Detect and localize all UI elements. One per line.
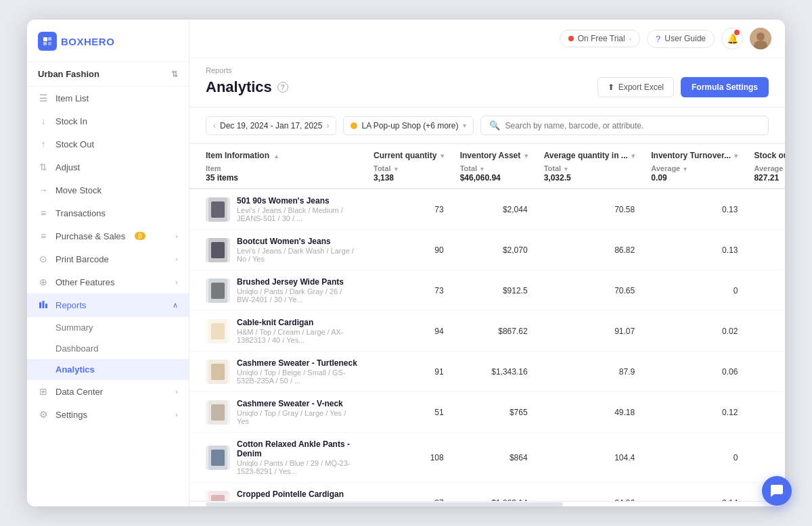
col-item-information[interactable]: Item Information ▲ [189,144,365,163]
sidebar-item-label: Stock In [55,116,87,126]
workspace-name: Urban Fashion [38,69,99,79]
sidebar-item-print-barcode[interactable]: ⊙ Print Barcode › [27,247,189,270]
sidebar: BOXHERO Urban Fashion ⇅ ☰ Item List ↓ St… [27,20,189,506]
column-header-row: Item Information ▲ Current quantity ▾ In… [189,144,785,163]
sidebar-item-label: Settings [55,410,87,420]
turnover-cell: 0.12 [643,392,746,433]
sidebar-sub-item-summary[interactable]: Summary [27,317,189,338]
help-icon[interactable]: ? [277,82,288,93]
user-guide-button[interactable]: ? User Guide [647,30,715,48]
item-name: Cashmere Sweater - Turtleneck [237,358,357,368]
formula-settings-button[interactable]: Formula Settings [681,77,769,97]
date-range-picker[interactable]: ‹ Dec 19, 2024 - Jan 17, 2025 › [206,116,336,135]
filter-bar: ‹ Dec 19, 2024 - Jan 17, 2025 › LA Pop-u… [189,107,785,144]
search-bar[interactable]: 🔍 [480,116,769,135]
col-inventory-asset[interactable]: Inventory Asset ▾ [452,144,536,163]
export-excel-button[interactable]: ⬆ Export Excel [597,77,674,97]
page-area: Reports Analytics ? ⬆ Export Excel Formu… [189,58,785,506]
item-attributes: H&M / Top / Cream / Large / AX-1382313 /… [237,328,357,344]
col-stock-out-estimate[interactable]: Stock out Estimate in... ▾ [746,144,785,163]
svg-rect-4 [39,302,41,308]
notifications-button[interactable]: 🔔 [721,28,743,49]
sidebar-item-move-stock[interactable]: → Move Stock [27,178,189,201]
chat-button[interactable] [762,476,792,506]
svg-rect-5 [43,301,45,308]
reports-icon [38,300,49,311]
settings-icon: ⚙ [38,409,49,420]
item-cell: Cable-knit Cardigan H&M / Top / Cream / … [189,311,365,352]
sidebar-item-label: Stock Out [55,139,94,149]
item-cell: Cashmere Sweater - V-neck Uniqlo / Top /… [189,392,365,433]
sidebar-item-stock-in[interactable]: ↓ Stock In [27,110,189,133]
location-selector[interactable]: LA Pop-up Shop (+6 more) ▾ [343,116,473,135]
guide-icon: ? [656,34,660,44]
prev-date-icon[interactable]: ‹ [213,121,216,130]
sidebar-item-other-features[interactable]: ⊕ Other Features › [27,270,189,293]
sidebar-item-label: Other Features [55,277,114,287]
location-dot-icon [351,122,357,129]
sidebar-item-stock-out[interactable]: ↑ Stock Out [27,133,189,156]
chevron-down-icon: › [175,232,178,240]
col-dropdown-icon: ▾ [564,166,568,172]
table-row: Brushed Jersey Wide Pants Uniqlo / Pants… [189,270,785,311]
item-cell: 501 90s Women's Jeans Levi's / Jeans / B… [189,189,365,230]
svg-rect-15 [211,283,225,299]
sub-col-avg-turnover: Average ▾ 0.09 [643,163,746,189]
guide-label: User Guide [664,34,706,43]
avg-quantity-cell: 49.18 [536,392,644,433]
sidebar-sub-item-analytics[interactable]: Analytics [27,359,189,380]
stock-out-estimate-cell: 243.33 [746,189,785,230]
sidebar-item-transactions[interactable]: ≡ Transactions [27,201,189,224]
current-quantity-cell: 73 [365,270,452,311]
sub-col-item: Item 35 items [189,163,365,189]
table-row: Cotton Relaxed Ankle Pants - Denim Uniql… [189,433,785,483]
col-inventory-turnover[interactable]: Inventory Turnover... ▾ [643,144,746,163]
column-sub-header-row: Item 35 items Total ▾ 3,138 Total ▾ [189,163,785,189]
item-cell: Cotton Relaxed Ankle Pants - Denim Uniql… [189,433,365,483]
toolbar-right: ⬆ Export Excel Formula Settings [597,77,769,97]
item-cell: Brushed Jersey Wide Pants Uniqlo / Pants… [189,270,365,311]
table-row: Cable-knit Cardigan H&M / Top / Cream / … [189,311,785,352]
chevron-down-icon: › [175,255,178,263]
sidebar-item-settings[interactable]: ⚙ Settings › [27,403,189,426]
next-date-icon[interactable]: › [326,121,329,130]
stock-out-estimate-cell: 546 [746,352,785,392]
sidebar-item-item-list[interactable]: ☰ Item List [27,87,189,110]
table-row: Cropped Pointelle Cardigan GAP / Top / P… [189,483,785,502]
item-name: 501 90s Women's Jeans [237,196,357,206]
scrollbar-thumb [206,502,563,506]
col-current-quantity[interactable]: Current quantity ▾ [365,144,452,163]
user-avatar[interactable] [750,28,771,49]
analytics-table-wrapper[interactable]: Item Information ▲ Current quantity ▾ In… [189,144,785,501]
sidebar-item-label: Item List [55,93,89,103]
stock-out-estimate-cell: 1,410 [746,311,785,352]
item-cell: Cropped Pointelle Cardigan GAP / Top / P… [189,483,365,502]
transactions-icon: ≡ [38,208,49,218]
col-avg-quantity[interactable]: Average quantity in ... ▾ [536,144,644,163]
sidebar-item-reports[interactable]: Reports ∧ [27,293,189,317]
analytics-table: Item Information ▲ Current quantity ▾ In… [189,144,785,501]
purchase-sales-icon: ≡ [38,231,49,241]
stock-out-icon: ↑ [38,139,49,149]
table-body: 501 90s Women's Jeans Levi's / Jeans / B… [189,189,785,501]
turnover-cell: 0.02 [643,311,746,352]
turnover-cell: 0.14 [643,483,746,502]
item-thumbnail [206,400,230,425]
page-header: Reports Analytics ? ⬆ Export Excel Formu… [189,58,785,107]
main-content: On Free Trial › ? User Guide 🔔 Reports [189,20,785,506]
horizontal-scrollbar[interactable] [189,501,785,506]
current-quantity-cell: 91 [365,352,452,392]
trial-button[interactable]: On Free Trial › [560,30,640,47]
item-attributes: Levi's / Jeans / Dark Wash / Large / No … [237,247,357,263]
sidebar-item-adjust[interactable]: ⇅ Adjust [27,156,189,178]
move-stock-icon: → [38,185,49,195]
sidebar-sub-item-dashboard[interactable]: Dashboard [27,338,189,359]
sidebar-item-data-center[interactable]: ⊞ Data Center › [27,380,189,403]
sidebar-item-purchase-sales[interactable]: ≡ Purchase & Sales β › [27,224,189,247]
workspace-arrows[interactable]: ⇅ [171,70,178,79]
search-input[interactable] [505,121,760,130]
workspace-selector[interactable]: Urban Fashion ⇅ [27,62,189,87]
item-cell: Cashmere Sweater - Turtleneck Uniqlo / T… [189,352,365,392]
sidebar-item-label: Reports [55,300,87,310]
sub-col-total-asset: Total ▾ $46,060.94 [452,163,536,189]
